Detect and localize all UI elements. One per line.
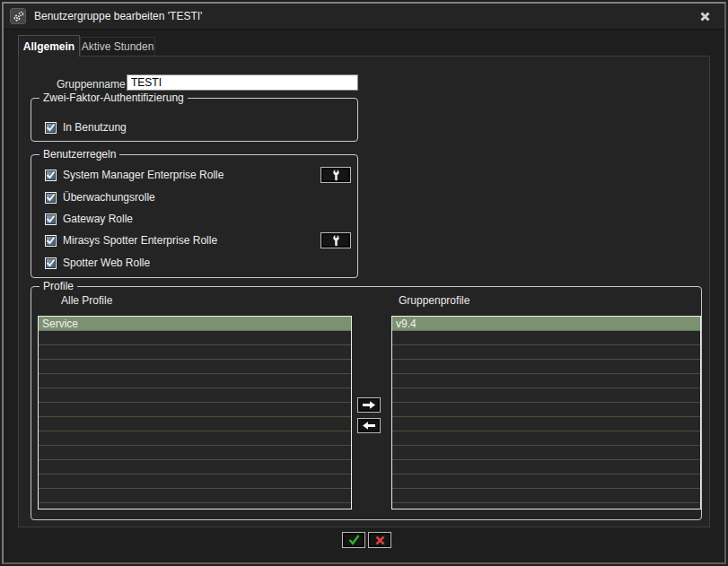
empty-list-row — [39, 345, 351, 360]
in-benutzung-label: In Benutzung — [63, 121, 127, 134]
profiles-groupbox: Profile Alle Profile Gruppenprofile Serv… — [31, 286, 702, 520]
user-rule-row: Überwachungsrolle — [45, 189, 351, 205]
empty-list-row — [392, 360, 700, 374]
profiles-groupbox-title: Profile — [39, 280, 77, 292]
spotter-web-rolle-checkbox[interactable] — [45, 257, 57, 269]
in-benutzung-row: In Benutzung — [45, 119, 351, 135]
user-rule-row: Gateway Rolle — [45, 211, 351, 227]
empty-list-row — [392, 388, 700, 403]
all-profiles-label: Alle Profile — [61, 294, 112, 307]
cross-icon — [375, 536, 385, 545]
two-factor-groupbox: Zwei-Faktor-Authentifizierung In Benutzu… — [31, 98, 358, 142]
ueberwachungsrolle-label: Überwachungsrolle — [63, 191, 155, 204]
empty-list-row — [39, 331, 351, 345]
empty-list-row — [392, 460, 700, 475]
user-rule-row: System Manager Enterprise Rolle — [45, 167, 351, 183]
mirasys-spotter-settings-button[interactable] — [320, 232, 351, 248]
window-title: Benutzergruppe bearbeiten 'TESTI' — [34, 10, 202, 22]
empty-list-row — [392, 345, 700, 360]
title-bar[interactable]: Benutzergruppe bearbeiten 'TESTI' — [4, 4, 724, 30]
system-manager-rolle-checkbox[interactable] — [45, 170, 57, 181]
all-profiles-list[interactable]: Service — [38, 316, 352, 509]
tab-page-allgemein: Gruppenname Zwei-Faktor-Authentifizierun… — [18, 56, 710, 527]
wrench-icon — [331, 235, 341, 247]
gateway-rolle-label: Gateway Rolle — [63, 213, 133, 225]
empty-list-row — [392, 403, 700, 417]
ok-button[interactable] — [342, 532, 365, 548]
group-profiles-label: Gruppenprofile — [399, 294, 469, 307]
user-rule-row: Mirasys Spotter Enterprise Rolle — [45, 232, 351, 248]
close-icon[interactable] — [696, 8, 714, 24]
ueberwachungsrolle-checkbox[interactable] — [45, 192, 57, 204]
empty-list-row — [392, 446, 700, 460]
cancel-button[interactable] — [368, 532, 391, 548]
gateway-rolle-checkbox[interactable] — [45, 213, 57, 225]
empty-list-row — [39, 388, 351, 403]
empty-list-row — [39, 489, 351, 503]
arrow-right-icon — [363, 401, 375, 409]
two-factor-groupbox-title: Zwei-Faktor-Authentifizierung — [39, 91, 188, 104]
empty-list-row — [39, 460, 351, 475]
wrench-icon — [331, 170, 341, 181]
group-name-label: Gruppenname — [57, 78, 126, 91]
empty-list-row — [392, 331, 700, 345]
user-rule-row: Spotter Web Rolle — [45, 255, 351, 271]
empty-list-row — [392, 417, 700, 431]
move-right-button[interactable] — [357, 397, 381, 413]
group-profiles-list[interactable]: v9.4 — [391, 316, 701, 509]
check-icon — [348, 535, 360, 545]
in-benutzung-checkbox[interactable] — [45, 122, 57, 134]
user-rules-groupbox-title: Benutzerregeln — [39, 148, 119, 161]
user-rules-groupbox: Benutzerregeln System Manager Enterprise… — [31, 154, 358, 278]
empty-list-row — [39, 446, 351, 460]
spotter-web-rolle-label: Spotter Web Rolle — [63, 257, 150, 269]
empty-list-row — [39, 417, 351, 431]
user-group-gears-icon — [10, 8, 26, 24]
empty-list-row — [39, 431, 351, 446]
empty-list-row — [39, 374, 351, 388]
empty-list-row — [392, 489, 700, 503]
system-manager-settings-button[interactable] — [320, 167, 351, 183]
system-manager-rolle-label: System Manager Enterprise Rolle — [63, 169, 224, 181]
list-item-service[interactable]: Service — [39, 317, 351, 331]
empty-list-row — [392, 475, 700, 489]
tab-allgemein[interactable]: Allgemein — [18, 35, 80, 57]
empty-list-row — [39, 403, 351, 417]
edit-user-group-dialog: Benutzergruppe bearbeiten 'TESTI' Allgem… — [0, 0, 728, 566]
group-name-input[interactable] — [127, 74, 358, 91]
list-item-v94[interactable]: v9.4 — [392, 317, 700, 331]
empty-list-row — [39, 360, 351, 374]
move-left-button[interactable] — [357, 418, 381, 433]
empty-list-row — [39, 475, 351, 489]
mirasys-spotter-rolle-checkbox[interactable] — [45, 235, 57, 247]
empty-list-row — [392, 374, 700, 388]
arrow-left-icon — [363, 422, 375, 430]
mirasys-spotter-rolle-label: Mirasys Spotter Enterprise Rolle — [63, 234, 217, 247]
tab-aktive-stunden[interactable]: Aktive Stunden — [80, 37, 155, 56]
empty-list-row — [392, 431, 700, 446]
